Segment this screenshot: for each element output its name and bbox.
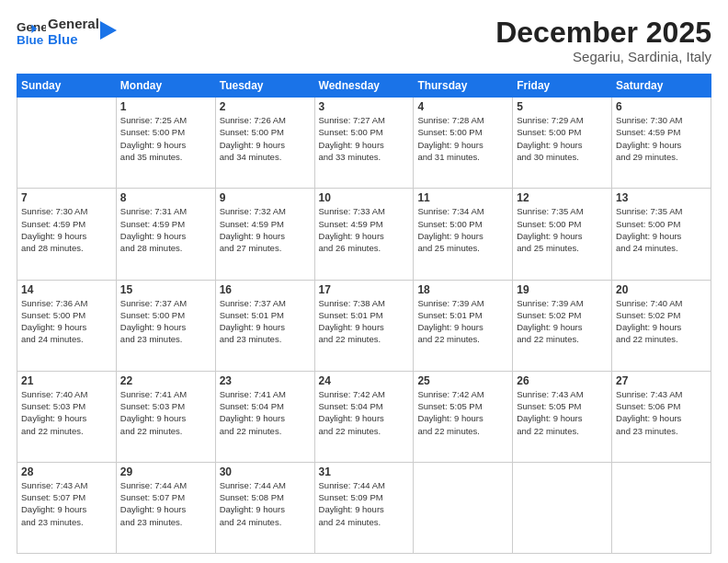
calendar-cell: 26Sunrise: 7:43 AM Sunset: 5:05 PM Dayli… [513, 371, 612, 462]
day-info: Sunrise: 7:41 AM Sunset: 5:03 PM Dayligh… [120, 388, 211, 437]
day-info: Sunrise: 7:42 AM Sunset: 5:04 PM Dayligh… [319, 388, 410, 437]
day-number: 29 [120, 465, 211, 478]
day-info: Sunrise: 7:37 AM Sunset: 5:01 PM Dayligh… [220, 297, 311, 346]
day-info: Sunrise: 7:43 AM Sunset: 5:06 PM Dayligh… [616, 388, 707, 437]
day-info: Sunrise: 7:36 AM Sunset: 5:00 PM Dayligh… [21, 297, 112, 346]
calendar-cell: 8Sunrise: 7:31 AM Sunset: 4:59 PM Daylig… [116, 189, 215, 280]
day-number: 25 [417, 374, 508, 387]
day-info: Sunrise: 7:26 AM Sunset: 5:00 PM Dayligh… [220, 114, 311, 163]
day-number: 28 [21, 465, 112, 478]
calendar-cell: 28Sunrise: 7:43 AM Sunset: 5:07 PM Dayli… [17, 462, 117, 553]
calendar-cell: 9Sunrise: 7:32 AM Sunset: 4:59 PM Daylig… [215, 189, 314, 280]
day-number: 8 [120, 191, 211, 204]
calendar-table: SundayMondayTuesdayWednesdayThursdayFrid… [17, 74, 711, 554]
logo-blue: Blue [48, 32, 99, 48]
day-number: 19 [517, 283, 608, 296]
header: General Blue General Blue December 2025 … [17, 17, 711, 64]
calendar-cell: 21Sunrise: 7:40 AM Sunset: 5:03 PM Dayli… [17, 371, 117, 462]
calendar-header-tuesday: Tuesday [215, 75, 314, 98]
day-number: 10 [319, 191, 410, 204]
day-info: Sunrise: 7:28 AM Sunset: 5:00 PM Dayligh… [417, 114, 508, 163]
calendar-cell: 12Sunrise: 7:35 AM Sunset: 5:00 PM Dayli… [513, 189, 612, 280]
calendar-header-saturday: Saturday [612, 75, 711, 98]
calendar-header-monday: Monday [116, 75, 215, 98]
day-info: Sunrise: 7:37 AM Sunset: 5:00 PM Dayligh… [120, 297, 211, 346]
day-info: Sunrise: 7:31 AM Sunset: 4:59 PM Dayligh… [120, 205, 211, 254]
calendar-cell: 16Sunrise: 7:37 AM Sunset: 5:01 PM Dayli… [215, 280, 314, 371]
day-info: Sunrise: 7:40 AM Sunset: 5:02 PM Dayligh… [616, 297, 707, 346]
day-info: Sunrise: 7:40 AM Sunset: 5:03 PM Dayligh… [21, 388, 112, 437]
day-info: Sunrise: 7:25 AM Sunset: 5:00 PM Dayligh… [120, 114, 211, 163]
day-number: 12 [517, 191, 608, 204]
day-number: 4 [417, 100, 508, 113]
calendar-cell: 13Sunrise: 7:35 AM Sunset: 5:00 PM Dayli… [612, 189, 711, 280]
calendar-header-friday: Friday [513, 75, 612, 98]
calendar-cell: 30Sunrise: 7:44 AM Sunset: 5:08 PM Dayli… [215, 462, 314, 553]
day-number: 26 [517, 374, 608, 387]
calendar-cell: 27Sunrise: 7:43 AM Sunset: 5:06 PM Dayli… [612, 371, 711, 462]
month-title: December 2025 [495, 17, 711, 49]
calendar-cell: 2Sunrise: 7:26 AM Sunset: 5:00 PM Daylig… [215, 98, 314, 189]
day-info: Sunrise: 7:34 AM Sunset: 5:00 PM Dayligh… [417, 205, 508, 254]
page: General Blue General Blue December 2025 … [0, 0, 728, 563]
day-info: Sunrise: 7:44 AM Sunset: 5:09 PM Dayligh… [319, 479, 410, 528]
title-block: December 2025 Segariu, Sardinia, Italy [495, 17, 711, 64]
day-number: 9 [220, 191, 311, 204]
location-subtitle: Segariu, Sardinia, Italy [495, 49, 711, 64]
calendar-cell: 15Sunrise: 7:37 AM Sunset: 5:00 PM Dayli… [116, 280, 215, 371]
calendar-header-wednesday: Wednesday [314, 75, 414, 98]
day-number: 27 [616, 374, 707, 387]
calendar-cell: 11Sunrise: 7:34 AM Sunset: 5:00 PM Dayli… [414, 189, 513, 280]
calendar-cell: 20Sunrise: 7:40 AM Sunset: 5:02 PM Dayli… [612, 280, 711, 371]
day-info: Sunrise: 7:44 AM Sunset: 5:08 PM Dayligh… [220, 479, 311, 528]
day-number: 3 [319, 100, 410, 113]
day-number: 21 [21, 374, 112, 387]
logo: General Blue General Blue [17, 17, 117, 47]
calendar-cell: 7Sunrise: 7:30 AM Sunset: 4:59 PM Daylig… [17, 189, 117, 280]
day-info: Sunrise: 7:42 AM Sunset: 5:05 PM Dayligh… [417, 388, 508, 437]
calendar-week-4: 21Sunrise: 7:40 AM Sunset: 5:03 PM Dayli… [17, 371, 711, 462]
day-info: Sunrise: 7:30 AM Sunset: 4:59 PM Dayligh… [21, 205, 112, 254]
logo-arrow-icon [100, 17, 117, 43]
day-number: 6 [616, 100, 707, 113]
calendar-cell: 14Sunrise: 7:36 AM Sunset: 5:00 PM Dayli… [17, 280, 117, 371]
calendar-cell: 6Sunrise: 7:30 AM Sunset: 4:59 PM Daylig… [612, 98, 711, 189]
calendar-cell [17, 98, 117, 189]
calendar-header-sunday: Sunday [17, 75, 117, 98]
calendar-header-thursday: Thursday [414, 75, 513, 98]
day-number: 30 [220, 465, 311, 478]
day-number: 23 [220, 374, 311, 387]
day-info: Sunrise: 7:44 AM Sunset: 5:07 PM Dayligh… [120, 479, 211, 528]
day-info: Sunrise: 7:27 AM Sunset: 5:00 PM Dayligh… [319, 114, 410, 163]
day-number: 24 [319, 374, 410, 387]
calendar-cell: 17Sunrise: 7:38 AM Sunset: 5:01 PM Dayli… [314, 280, 414, 371]
day-info: Sunrise: 7:35 AM Sunset: 5:00 PM Dayligh… [517, 205, 608, 254]
calendar-cell: 19Sunrise: 7:39 AM Sunset: 5:02 PM Dayli… [513, 280, 612, 371]
day-info: Sunrise: 7:39 AM Sunset: 5:02 PM Dayligh… [517, 297, 608, 346]
day-number: 16 [220, 283, 311, 296]
calendar-week-3: 14Sunrise: 7:36 AM Sunset: 5:00 PM Dayli… [17, 280, 711, 371]
day-number: 15 [120, 283, 211, 296]
calendar-cell [513, 462, 612, 553]
calendar-cell [414, 462, 513, 553]
day-info: Sunrise: 7:43 AM Sunset: 5:05 PM Dayligh… [517, 388, 608, 437]
calendar-cell: 29Sunrise: 7:44 AM Sunset: 5:07 PM Dayli… [116, 462, 215, 553]
day-info: Sunrise: 7:41 AM Sunset: 5:04 PM Dayligh… [220, 388, 311, 437]
svg-text:Blue: Blue [17, 32, 44, 46]
day-number: 22 [120, 374, 211, 387]
day-number: 2 [220, 100, 311, 113]
svg-marker-3 [100, 21, 117, 40]
calendar-week-1: 1Sunrise: 7:25 AM Sunset: 5:00 PM Daylig… [17, 98, 711, 189]
calendar-cell: 10Sunrise: 7:33 AM Sunset: 4:59 PM Dayli… [314, 189, 414, 280]
day-number: 5 [517, 100, 608, 113]
day-info: Sunrise: 7:43 AM Sunset: 5:07 PM Dayligh… [21, 479, 112, 528]
day-number: 14 [21, 283, 112, 296]
day-number: 1 [120, 100, 211, 113]
calendar-cell: 4Sunrise: 7:28 AM Sunset: 5:00 PM Daylig… [414, 98, 513, 189]
calendar-cell: 5Sunrise: 7:29 AM Sunset: 5:00 PM Daylig… [513, 98, 612, 189]
calendar-cell: 1Sunrise: 7:25 AM Sunset: 5:00 PM Daylig… [116, 98, 215, 189]
calendar-cell: 22Sunrise: 7:41 AM Sunset: 5:03 PM Dayli… [116, 371, 215, 462]
calendar-week-5: 28Sunrise: 7:43 AM Sunset: 5:07 PM Dayli… [17, 462, 711, 553]
day-info: Sunrise: 7:35 AM Sunset: 5:00 PM Dayligh… [616, 205, 707, 254]
day-number: 31 [319, 465, 410, 478]
